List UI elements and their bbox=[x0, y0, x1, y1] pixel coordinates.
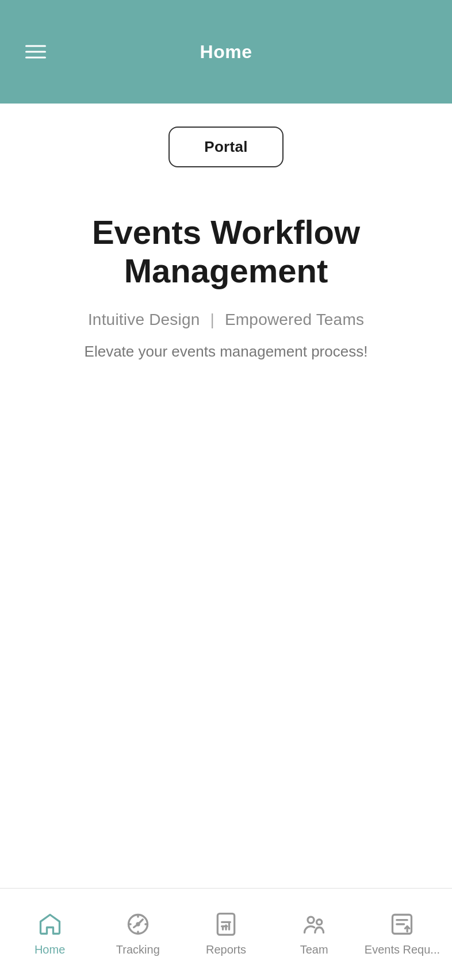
portal-container: Portal bbox=[0, 127, 452, 167]
svg-rect-2 bbox=[217, 914, 234, 935]
team-icon bbox=[300, 910, 328, 939]
hamburger-line-3 bbox=[25, 57, 46, 59]
subtitle-separator: | bbox=[210, 311, 214, 328]
reports-icon bbox=[212, 910, 240, 939]
nav-item-tracking[interactable]: Tracking bbox=[94, 901, 182, 956]
nav-label-team: Team bbox=[300, 943, 328, 956]
svg-point-3 bbox=[308, 917, 314, 923]
app-header: Home bbox=[0, 0, 452, 104]
subtitle: Intuitive Design | Empowered Teams bbox=[35, 311, 417, 329]
nav-item-team[interactable]: Team bbox=[270, 901, 358, 956]
tracking-icon bbox=[124, 910, 152, 939]
nav-label-tracking: Tracking bbox=[116, 943, 160, 956]
svg-point-1 bbox=[136, 922, 140, 926]
nav-item-home[interactable]: Home bbox=[6, 901, 94, 956]
page-title: Home bbox=[200, 41, 252, 63]
svg-point-4 bbox=[317, 920, 322, 925]
main-content: Events Workflow Management Intuitive Des… bbox=[0, 179, 452, 384]
events-requ-icon bbox=[388, 910, 416, 939]
main-title: Events Workflow Management bbox=[35, 213, 417, 290]
nav-item-reports[interactable]: Reports bbox=[182, 901, 270, 956]
nav-label-home: Home bbox=[35, 943, 65, 956]
subtitle-right: Empowered Teams bbox=[225, 311, 364, 328]
description: Elevate your events management process! bbox=[35, 343, 417, 361]
hamburger-line-2 bbox=[25, 51, 46, 53]
subtitle-left: Intuitive Design bbox=[88, 311, 200, 328]
portal-button[interactable]: Portal bbox=[168, 127, 283, 167]
nav-item-events-requ[interactable]: Events Requ... bbox=[358, 901, 446, 956]
bottom-nav: Home Tracking Reports bbox=[0, 888, 452, 980]
home-icon bbox=[36, 910, 64, 939]
nav-label-events-requ: Events Requ... bbox=[365, 943, 440, 956]
hamburger-button[interactable] bbox=[23, 43, 48, 61]
hamburger-line-1 bbox=[25, 45, 46, 47]
nav-label-reports: Reports bbox=[206, 943, 246, 956]
